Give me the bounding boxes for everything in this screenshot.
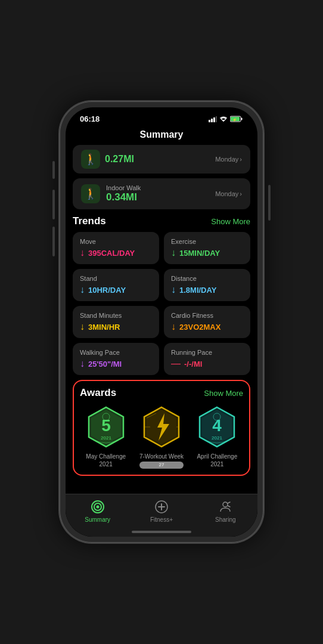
trend-card-walking-pace[interactable]: Walking Pace ↓ 25'50"/MI [73,343,159,375]
activity-day-1: Monday › [215,156,242,163]
trend-label-cardio: Cardio Fitness [171,312,243,319]
trend-arrow-cardio: ↓ [171,321,176,332]
tab-sharing[interactable]: Sharing [194,499,257,523]
mute-button [52,161,55,179]
svg-rect-3 [216,116,217,122]
award-badge-may: 5 2021 [84,405,128,449]
trend-value-row-move: ↓ 395CAL/DAY [80,247,152,258]
trend-label-exercise: Exercise [171,238,243,245]
trend-arrow-exercise: ↓ [171,247,176,258]
trend-value-running-pace: -/-/MI [184,360,202,369]
trend-value-walking-pace: 25'50"/MI [88,360,122,369]
tab-summary-label: Summary [85,516,110,523]
svg-text:4: 4 [213,416,222,435]
awards-title: Awards [80,387,116,399]
trends-section-header: Trends Show More [73,215,250,227]
activity-card-left: 🚶 0.27MI [81,150,134,169]
trend-label-running-pace: Running Pace [171,349,243,356]
svg-rect-2 [213,117,215,122]
trend-arrow-stand: ↓ [80,284,85,295]
trend-value-row-walking-pace: ↓ 25'50"/MI [80,358,152,369]
volume-up-button [52,190,55,219]
trend-card-distance[interactable]: Distance ↓ 1.8MI/DAY [164,269,250,301]
svg-point-30 [223,502,228,507]
trends-title: Trends [73,215,106,227]
tab-fitness[interactable]: Fitness+ [129,499,193,523]
award-badge-april: 4 2021 [195,405,239,449]
trend-arrow-walking-pace: ↓ [80,358,85,369]
svg-rect-1 [211,119,213,122]
tab-fitness-label: Fitness+ [150,516,173,523]
svg-rect-0 [209,120,210,122]
trend-label-move: Move [80,238,152,245]
activity-card-left-2: 🚶 Indoor Walk 0.34MI [81,184,141,203]
power-button [268,185,271,221]
awards-header: Awards Show More [80,387,243,399]
award-item-april[interactable]: 4 2021 April Challenge 2021 [191,405,243,469]
activity-label-2: Indoor Walk [106,184,141,191]
tab-summary[interactable]: Summary [66,499,129,523]
signal-icon [209,116,217,122]
nav-title: Summary [66,126,257,145]
tab-summary-icon [90,499,105,515]
status-icons: ⚡ [209,116,243,122]
awards-show-more[interactable]: Show More [204,389,243,398]
award-item-workout[interactable]: 7-Workout Week 27 [135,405,187,469]
trend-label-walking-pace: Walking Pace [80,349,152,356]
trend-value-row-cardio: ↓ 23VO2MAX [171,321,243,332]
status-time: 06:18 [80,114,100,123]
phone-screen: 06:18 ⚡ [66,107,257,537]
trend-value-stand-minutes: 3MIN/HR [88,323,120,332]
trend-value-row-stand: ↓ 10HR/DAY [80,284,152,295]
home-indicator [132,531,191,533]
scroll-area[interactable]: 🚶 0.27MI Monday › 🚶 Indoor Walk 0.34 [66,145,257,496]
activity-card-indoor-walk[interactable]: 🚶 Indoor Walk 0.34MI Monday › [73,178,250,209]
activity-info-2: Indoor Walk 0.34MI [106,184,141,203]
screen-content[interactable]: 🚶 0.27MI Monday › 🚶 Indoor Walk 0.34 [66,145,257,537]
trend-label-stand-minutes: Stand Minutes [80,312,152,319]
battery-icon: ⚡ [230,116,243,122]
award-badge-workout [139,405,184,449]
tab-fitness-icon [154,499,169,515]
trend-value-stand: 10HR/DAY [88,286,126,295]
trend-value-distance: 1.8MI/DAY [179,286,216,295]
trend-label-distance: Distance [171,275,243,282]
trend-arrow-running-pace: — [171,358,181,369]
awards-grid: 5 2021 May Challenge [80,405,243,469]
tab-sharing-icon [218,499,233,515]
walk-icon-1: 🚶 [81,150,100,169]
trend-card-move[interactable]: Move ↓ 395CAL/DAY [73,232,159,264]
trend-value-exercise: 15MIN/DAY [179,249,220,258]
svg-rect-5 [241,118,243,120]
trend-card-stand-minutes[interactable]: Stand Minutes ↓ 3MIN/HR [73,306,159,338]
trend-arrow-move: ↓ [80,247,85,258]
trend-value-cardio: 23VO2MAX [179,323,220,332]
svg-text:5: 5 [101,416,111,435]
award-item-may[interactable]: 5 2021 May Challenge [80,405,132,469]
notch [123,107,200,123]
award-name-april: April Challenge 2021 [197,453,237,468]
wifi-icon [219,116,228,122]
trends-show-more[interactable]: Show More [211,217,250,226]
trend-value-row-running-pace: — -/-/MI [171,358,243,369]
trend-card-stand[interactable]: Stand ↓ 10HR/DAY [73,269,159,301]
awards-section: Awards Show More [73,380,250,476]
tab-sharing-label: Sharing [215,516,235,523]
svg-text:⚡: ⚡ [232,117,237,122]
volume-down-button [52,227,55,256]
trend-arrow-distance: ↓ [171,284,176,295]
award-name-may: May Challenge 2021 [86,453,126,468]
trend-card-running-pace[interactable]: Running Pace — -/-/MI [164,343,250,375]
walk-icon-2: 🚶 [81,184,100,203]
trend-label-stand: Stand [80,275,152,282]
trend-card-cardio[interactable]: Cardio Fitness ↓ 23VO2MAX [164,306,250,338]
trend-value-row-distance: ↓ 1.8MI/DAY [171,284,243,295]
trend-value-move: 395CAL/DAY [88,249,135,258]
phone-frame: 06:18 ⚡ [60,101,263,543]
trend-card-exercise[interactable]: Exercise ↓ 15MIN/DAY [164,232,250,264]
trend-value-row-exercise: ↓ 15MIN/DAY [171,247,243,258]
trend-value-row-stand-minutes: ↓ 3MIN/HR [80,321,152,332]
activity-card-walk1[interactable]: 🚶 0.27MI Monday › [73,145,250,174]
activity-value-2: 0.34MI [106,191,141,203]
activity-value-1: 0.27MI [105,154,134,165]
